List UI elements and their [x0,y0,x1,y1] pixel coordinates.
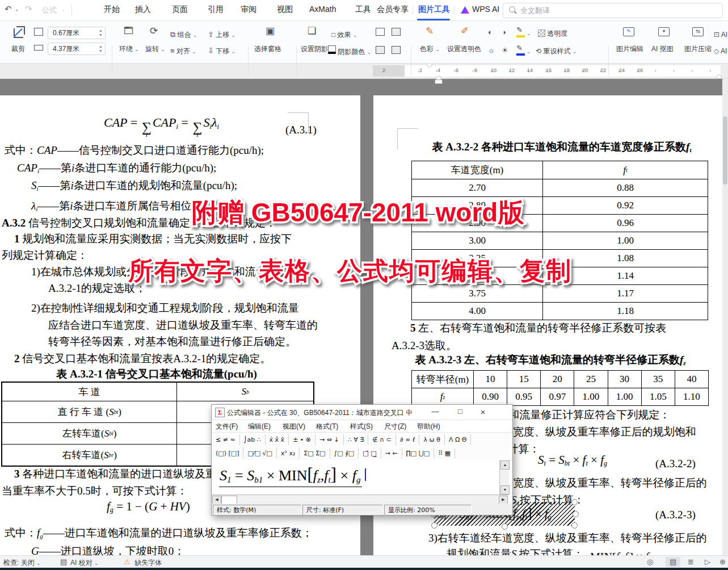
tab-ref[interactable]: 引用 [208,5,224,15]
set-shadow-button[interactable]: 设置阴影 [301,44,328,54]
operator-symbols-button[interactable]: ± • ⊗ [289,434,315,445]
scroll-down-button[interactable]: ▼ [500,485,510,494]
height-field[interactable]: 0.67厘米▲▼ [48,27,106,39]
undo-icon[interactable]: ↶ [5,4,12,14]
integral-templates-button[interactable]: ∫□ ∮□ [330,448,359,459]
left-indent-marker[interactable] [435,79,443,84]
style-dropdown[interactable]: 公式 [42,5,57,15]
arrow-symbols-button[interactable]: → ⇔ ↓ [315,434,344,445]
shadow-up-button[interactable] [376,28,385,36]
selection-handle[interactable] [571,499,578,505]
rotate-button[interactable]: 旋转 ⌄ [145,44,165,54]
scroll-up-button[interactable]: ▲ [500,460,510,470]
tab-home[interactable]: 开始 [104,5,120,15]
read-mode-icon[interactable]: ▷ [705,558,710,566]
shadow-left-button[interactable] [376,46,385,54]
formula-content[interactable]: S1 = Sb1 × MIN[fz,ft] × fg [219,465,362,487]
formula-editor-dialog[interactable]: Σ 公式编辑器 - 公式在 30、GB50647-2011：城市道路交叉口 中 … [211,404,513,515]
tab-insert[interactable]: 插入 [135,5,151,15]
menu-file[interactable]: 文件(F) [216,422,238,431]
selection-handle[interactable] [431,522,437,529]
highlight-pen-dropdown[interactable]: ⌄ [527,29,531,37]
set-symbols-button[interactable]: ∉ ∩ ⊂ [368,434,396,445]
hanging-indent-marker[interactable] [436,73,441,79]
shadow-right-button[interactable] [392,46,401,54]
menu-format[interactable]: 格式(T) [316,422,338,431]
greek-lower-button[interactable]: λ ω θ [419,434,444,445]
move-down-button[interactable]: ⇩ 下移 ⌄ [208,45,235,57]
product-templates-button[interactable]: ∏□ ⋃□ [402,448,435,459]
minimize-button[interactable]: — [430,407,441,416]
tab-view[interactable]: 视图 [277,5,293,15]
selection-handle[interactable] [502,523,508,530]
crop-button[interactable]: 裁剪 [11,44,25,54]
tab-member[interactable]: 会员专享 [377,5,409,15]
menu-edit[interactable]: 编辑(E) [248,422,271,431]
page-view-icon[interactable]: ▤ [670,558,676,566]
sum-templates-button[interactable]: Σ□ Σ□ [300,448,330,459]
web-view-icon[interactable]: ⊕ [719,558,726,566]
ai-enhance-button[interactable]: ⊡ AI 变 [714,29,728,40]
color-button[interactable]: 色彩 ⌄ [420,44,440,54]
equation-a31[interactable]: CAP = ∑iCAPi = ∑iSiλi [104,115,219,137]
menu-help[interactable]: 帮助(H) [417,422,440,431]
arrow-templates-button[interactable]: → ← [381,448,402,459]
relational-symbols-button[interactable]: ≤ ≠ ≈ [212,434,240,445]
align-button[interactable]: ≡ 对齐 ⌄ [170,45,196,57]
tab-review[interactable]: 审阅 [241,5,256,15]
close-button[interactable]: × [477,407,489,417]
border-pen-dropdown[interactable]: ⌄ [527,47,531,55]
brightness-down-icon[interactable]: ◑ [502,27,506,38]
image-compress-button[interactable]: 图片压缩 [684,44,712,54]
equation-a322[interactable]: St = Sbt × ft × fg [538,453,607,468]
ai-matting-button[interactable]: AI 抠图 [651,44,674,54]
contrast-up-icon[interactable]: ☼ [488,45,495,56]
menu-size[interactable]: 尺寸(Z) [384,422,406,431]
spacing-symbols-button[interactable]: ⌡ab ∴ [240,434,266,445]
selection-pane-button[interactable]: 选择窗格 [254,44,281,54]
menu-view[interactable]: 视图(V) [283,422,305,431]
group-button[interactable]: ⧉ 组合 ⌄ [170,29,197,40]
tab-page[interactable]: 页面 [172,5,188,15]
width-field[interactable]: 4.37厘米▲▼ [48,43,106,55]
missing-font-button[interactable]: 缺失字体 [134,558,162,568]
spell-check-toggle[interactable]: 检查: 关闭 ⌄ [3,558,41,568]
misc-symbols-button[interactable]: ∂ ∞ ℓ [396,434,419,445]
contrast-down-icon[interactable]: ☀ [502,45,508,56]
shadow-down-button[interactable] [392,28,401,36]
tab-axmath[interactable]: AxMath [309,5,336,14]
equation-fg[interactable]: fg = 1 − (G + HV) [107,500,190,514]
menu-style[interactable]: 样式(S) [350,422,373,431]
matrix-templates-button[interactable]: ⠿ ▦ [434,448,455,459]
formula-edit-area[interactable]: S1 = Sb1 × MIN[fz,ft] × fg [212,460,499,494]
logical-symbols-button[interactable]: ∴ ∀ ∃ [344,434,368,445]
tab-picture-tools[interactable]: 图片工具 [418,5,450,15]
shadow-color-button[interactable]: 阴影颜色 ⌄ [328,45,371,57]
ai-proof-button[interactable]: AI 校对 ⌄ [70,558,99,568]
scrollbar-thumb[interactable] [723,116,727,185]
search-input[interactable]: 全文翻译 [503,3,723,18]
dialog-vscrollbar[interactable]: ▲ ▼ [499,460,509,494]
fraction-radical-button[interactable]: □⁄□ √□ [243,448,277,459]
maximize-button[interactable]: □ [455,407,466,416]
dialog-title-bar[interactable]: Σ 公式编辑器 - 公式在 30、GB50647-2011：城市道路交叉口 中 … [212,405,512,420]
move-up-button[interactable]: ⇧ 上移 ⌄ [208,29,235,40]
fence-templates-button[interactable]: (□) [□] [212,448,243,459]
right-indent-marker[interactable] [716,72,722,78]
reset-style-button[interactable]: ⟲ 重设样式 ⌄ [536,45,576,57]
highlight-pen-icon[interactable] [516,29,525,36]
undo-dropdown-icon[interactable]: ⌄ [15,7,19,12]
scroll-right-button[interactable]: ▶ [499,496,508,504]
set-transparent-button[interactable]: 设置透明色 [447,44,481,54]
transparency-button[interactable]: 透明度 [538,29,567,39]
image-edit-button[interactable]: 图片编辑 [616,44,643,54]
tab-wps-ai[interactable]: WPS AI [472,5,499,14]
brightness-up-icon[interactable]: ◐ [488,27,493,38]
redo-icon[interactable]: ↷ [25,4,32,14]
effects-button[interactable]: □ 效果 ⌄ [331,29,357,40]
width-icon[interactable] [34,45,43,51]
tab-tools[interactable]: 工具 [355,5,371,15]
height-icon[interactable] [34,28,43,36]
horizontal-ruler[interactable]: 2 2 4 6 8 10 12 14 16 18 20 22 24 26 [0,64,728,79]
subscript-templates-button[interactable]: x² x₂ [277,448,300,459]
